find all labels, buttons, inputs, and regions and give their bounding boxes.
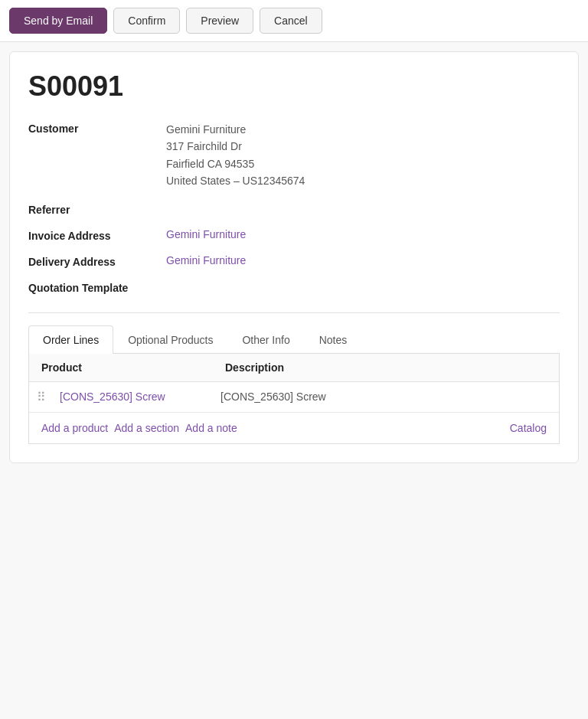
col-header-description: Description	[225, 361, 547, 374]
referrer-value[interactable]	[166, 202, 560, 216]
order-id: S00091	[28, 70, 560, 103]
address-line2: Fairfield CA 94535	[166, 155, 560, 172]
tab-notes[interactable]: Notes	[305, 325, 362, 354]
customer-label: Customer	[28, 121, 166, 190]
referrer-input[interactable]	[166, 202, 560, 214]
tab-other-info[interactable]: Other Info	[227, 325, 304, 354]
address-line3: United States – US12345674	[166, 172, 560, 189]
quotation-template-value[interactable]	[166, 280, 560, 294]
customer-name: Gemini Furniture	[166, 121, 560, 138]
referrer-label: Referrer	[28, 202, 166, 216]
delivery-address-value[interactable]: Gemini Furniture	[166, 254, 560, 268]
invoice-address-value[interactable]: Gemini Furniture	[166, 228, 560, 242]
confirm-button[interactable]: Confirm	[113, 8, 180, 34]
add-product-link[interactable]: Add a product	[41, 422, 108, 434]
toolbar: Send by Email Confirm Preview Cancel	[0, 0, 588, 42]
add-note-link[interactable]: Add a note	[185, 422, 237, 434]
invoice-address-label: Invoice Address	[28, 228, 166, 242]
section-divider	[28, 312, 560, 313]
order-actions: Add a product Add a section Add a note C…	[29, 413, 559, 443]
tabs-container: Order Lines Optional Products Other Info…	[28, 325, 560, 354]
tab-content: Product Description ⠿ [CONS_25630] Screw…	[28, 354, 560, 444]
product-link[interactable]: [CONS_25630] Screw	[60, 391, 220, 403]
send-by-email-button[interactable]: Send by Email	[9, 8, 107, 34]
address-line1: 317 Fairchild Dr	[166, 138, 560, 155]
customer-value: Gemini Furniture 317 Fairchild Dr Fairfi…	[166, 121, 560, 190]
main-content: S00091 Customer Gemini Furniture 317 Fai…	[9, 51, 579, 463]
product-description: [CONS_25630] Screw	[220, 391, 551, 403]
catalog-link[interactable]: Catalog	[510, 422, 547, 434]
quotation-template-label: Quotation Template	[28, 280, 166, 294]
form-section: Customer Gemini Furniture 317 Fairchild …	[28, 121, 560, 294]
add-section-link[interactable]: Add a section	[114, 422, 179, 434]
tab-optional-products[interactable]: Optional Products	[113, 325, 227, 354]
table-row: ⠿ [CONS_25630] Screw [CONS_25630] Screw	[29, 382, 559, 413]
cancel-button[interactable]: Cancel	[260, 8, 322, 34]
preview-button[interactable]: Preview	[186, 8, 253, 34]
quotation-template-input[interactable]	[166, 280, 560, 293]
tab-order-lines[interactable]: Order Lines	[28, 325, 113, 354]
col-header-product: Product	[41, 361, 225, 374]
delivery-address-label: Delivery Address	[28, 254, 166, 268]
drag-handle-icon[interactable]: ⠿	[37, 390, 60, 404]
table-header: Product Description	[29, 354, 559, 382]
